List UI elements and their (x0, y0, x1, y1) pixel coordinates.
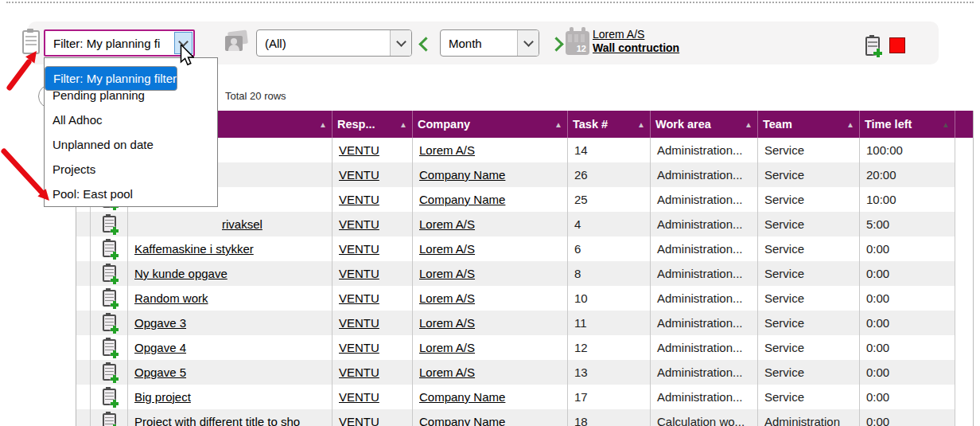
filter-select[interactable]: Filter: My planning fi (44, 29, 195, 57)
time-left-cell: 0:00 (860, 360, 955, 385)
company-cell: Lorem A/S (413, 335, 568, 360)
team-cell: Service (758, 360, 860, 385)
team-cell: Service (758, 212, 860, 236)
task-clipboard-add-icon[interactable] (103, 315, 116, 331)
table-row[interactable]: Opgave 3VENTULorem A/S11Administration..… (76, 311, 973, 335)
task-clipboard-add-icon[interactable] (103, 265, 116, 282)
dropdown-item[interactable]: Unplanned on date (45, 132, 217, 157)
company-link[interactable]: Lorem A/S (419, 365, 475, 379)
table-row[interactable]: Opgave 5VENTULorem A/S13Administration..… (76, 360, 973, 385)
company-link[interactable]: Company Name (419, 193, 505, 206)
company-link[interactable]: Company Name (419, 415, 505, 426)
task-clipboard-add-icon[interactable] (103, 339, 116, 356)
company-link[interactable]: Lorem A/S (419, 316, 475, 330)
task-link[interactable]: Opgave 3 (134, 316, 186, 330)
chevron-down-icon[interactable] (174, 32, 192, 54)
project-company-link[interactable]: Lorem A/S (593, 28, 679, 41)
project-name-link[interactable]: Wall contruction (593, 41, 679, 55)
responsible-link[interactable]: VENTU (339, 341, 379, 354)
time-left-cell: 0:00 (860, 236, 955, 261)
table-row[interactable]: Ny kunde opgaveVENTULorem A/S8Administra… (76, 261, 973, 286)
row-select-cell (76, 236, 91, 261)
task-number-cell: 25 (568, 187, 651, 212)
period-select[interactable]: Month (440, 29, 539, 57)
plus-glyph (111, 252, 119, 260)
responsible-link[interactable]: VENTU (339, 143, 379, 157)
responsible-link[interactable]: VENTU (339, 217, 379, 231)
all-filter-select[interactable]: (All) (256, 29, 412, 57)
work-area-cell: Administration... (651, 286, 758, 311)
task-clipboard-add-icon[interactable] (103, 216, 116, 233)
company-link[interactable]: Lorem A/S (419, 341, 475, 354)
task-clipboard-add-icon[interactable] (103, 364, 116, 381)
task-clipboard-add-icon[interactable] (103, 413, 116, 426)
company-link[interactable]: Lorem A/S (419, 217, 475, 231)
dropdown-item[interactable]: Pool: East pool (45, 182, 217, 206)
task-clipboard-add-icon[interactable] (103, 240, 116, 257)
table-row[interactable]: rivakselVENTULorem A/S4Administration...… (76, 212, 973, 236)
status-red-square[interactable] (889, 37, 905, 53)
chevron-down-icon[interactable] (390, 30, 411, 56)
company-link[interactable]: Lorem A/S (419, 267, 475, 280)
responsible-link[interactable]: VENTU (339, 390, 379, 404)
prev-arrow-icon[interactable] (418, 37, 433, 51)
plus-glyph (111, 227, 119, 235)
company-link[interactable]: Company Name (419, 168, 505, 182)
column-header-responsible[interactable]: Resp... (332, 111, 413, 138)
company-cell: Company Name (413, 187, 568, 212)
responsible-link[interactable]: VENTU (339, 415, 379, 426)
team-cell: Service (758, 236, 860, 261)
company-link[interactable]: Lorem A/S (419, 143, 475, 157)
task-clipboard-add-icon[interactable] (103, 389, 116, 405)
clipboard-clip (27, 29, 33, 33)
task-link[interactable]: Random work (134, 291, 208, 305)
task-link[interactable]: Big project (134, 390, 191, 404)
column-header-time-left[interactable]: Time left (860, 111, 955, 138)
task-link[interactable]: Opgave 4 (134, 341, 186, 354)
task-number-cell: 4 (568, 212, 651, 236)
responsible-link[interactable]: VENTU (339, 291, 379, 305)
task-number-cell: 8 (568, 261, 651, 286)
next-arrow-icon[interactable] (549, 37, 563, 51)
table-row[interactable]: Project with different title to shoVENTU… (76, 409, 973, 426)
column-header-team[interactable]: Team (758, 111, 860, 138)
row-icon-cell (91, 311, 128, 335)
responsible-link[interactable]: VENTU (339, 168, 379, 182)
chevron-glyph (178, 37, 189, 47)
team-cell: Service (758, 187, 860, 212)
work-area-cell: Administration... (651, 311, 758, 335)
calendar-icon[interactable]: 12 (566, 31, 589, 55)
company-cell: Lorem A/S (413, 236, 568, 261)
table-row[interactable]: Big projectVENTUCompany Name17Administra… (76, 385, 973, 409)
task-link[interactable]: Opgave 5 (134, 365, 186, 379)
task-link[interactable]: Project with different title to sho (134, 415, 300, 426)
company-link[interactable]: Company Name (419, 390, 505, 404)
dropdown-item[interactable]: Projects (45, 157, 217, 182)
responsible-link[interactable]: VENTU (339, 316, 379, 330)
task-link[interactable]: Ny kunde opgave (134, 267, 228, 280)
responsible-link[interactable]: VENTU (339, 242, 379, 256)
table-row[interactable]: Opgave 4VENTULorem A/S12Administration..… (76, 335, 973, 360)
person-card-icon[interactable] (225, 31, 249, 53)
column-header-task-number[interactable]: Task # (568, 111, 651, 138)
spacer-cell (955, 261, 973, 286)
task-clipboard-add-icon[interactable] (103, 290, 116, 307)
chevron-down-icon[interactable] (517, 30, 539, 56)
task-number-cell: 12 (568, 335, 651, 360)
company-link[interactable]: Lorem A/S (419, 242, 475, 256)
column-header-company[interactable]: Company (413, 111, 568, 138)
task-link[interactable]: rivaksel (134, 217, 262, 231)
add-task-clipboard-icon[interactable] (865, 37, 880, 56)
responsible-link[interactable]: VENTU (339, 267, 379, 280)
dropdown-item[interactable]: All Adhoc (45, 107, 217, 132)
responsible-link[interactable]: VENTU (339, 193, 379, 206)
task-number-cell: 10 (568, 286, 651, 311)
company-link[interactable]: Lorem A/S (419, 291, 475, 305)
responsible-link[interactable]: VENTU (339, 365, 379, 379)
task-link[interactable]: Kaffemaskine i stykker (134, 242, 254, 256)
dropdown-item[interactable]: Filter: My planning filter (45, 66, 177, 91)
column-header-work-area[interactable]: Work area (651, 111, 758, 138)
table-row[interactable]: Kaffemaskine i stykkerVENTULorem A/S6Adm… (76, 236, 973, 261)
table-row[interactable]: Random workVENTULorem A/S10Administratio… (76, 286, 973, 311)
planning-clipboard-icon[interactable] (22, 30, 40, 54)
